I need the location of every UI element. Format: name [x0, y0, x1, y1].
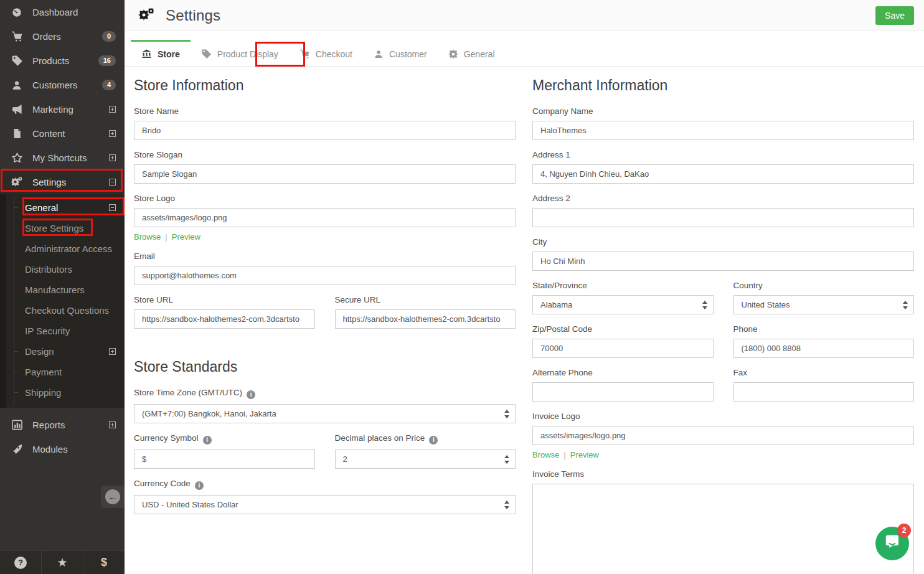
- invoice-terms-label: Invoice Terms: [532, 469, 914, 479]
- sidebar-item-modules[interactable]: Modules: [0, 437, 125, 461]
- phone-label: Phone: [733, 324, 915, 334]
- alternate-phone-input[interactable]: [532, 382, 714, 402]
- submenu-item-ip-security[interactable]: IP Security: [6, 321, 125, 341]
- expand-plus-icon: [109, 130, 116, 137]
- chat-bubble-icon: [884, 534, 901, 553]
- invoice-logo-preview-link[interactable]: Preview: [570, 450, 599, 459]
- currency-code-label: Currency Code: [134, 479, 191, 488]
- bank-icon: [141, 49, 152, 59]
- store-column: Store Information Store Name Store Sloga…: [134, 72, 516, 574]
- secure-url-input[interactable]: [335, 309, 516, 329]
- phone-input[interactable]: [733, 339, 915, 358]
- invoice-logo-input[interactable]: [532, 426, 914, 445]
- store-slogan-label: Store Slogan: [134, 150, 516, 159]
- invoice-terms-textarea[interactable]: [532, 484, 914, 574]
- tag-icon: [10, 54, 24, 68]
- country-select[interactable]: United States: [733, 295, 915, 314]
- company-name-input[interactable]: [532, 121, 914, 140]
- info-icon[interactable]: [247, 390, 255, 399]
- expand-plus-icon: [109, 154, 116, 161]
- address1-input[interactable]: [532, 164, 914, 184]
- submenu-item-administrator-access[interactable]: Administrator Access: [6, 238, 125, 259]
- currency-symbol-input[interactable]: [134, 449, 315, 469]
- store-url-input[interactable]: [134, 309, 315, 329]
- store-logo-browse-link[interactable]: Browse: [134, 232, 161, 242]
- collapse-minus-icon: [109, 204, 116, 211]
- sidebar-item-my-shortcuts[interactable]: My Shortcuts: [0, 146, 125, 170]
- expand-plus-icon: [109, 106, 116, 113]
- zip-input[interactable]: [532, 339, 714, 358]
- save-button[interactable]: Save: [875, 6, 914, 25]
- decimal-places-select[interactable]: 2: [335, 449, 516, 469]
- chat-widget-button[interactable]: 2: [875, 527, 909, 560]
- time-zone-label: Store Time Zone (GMT/UTC): [134, 388, 242, 397]
- store-slogan-input[interactable]: [134, 164, 516, 184]
- help-button[interactable]: [0, 551, 42, 574]
- fax-input[interactable]: [733, 382, 915, 402]
- info-icon[interactable]: [203, 436, 212, 445]
- page-header: Settings Save: [125, 0, 924, 31]
- sidebar-item-dashboard[interactable]: Dashboard: [0, 0, 125, 24]
- tab-checkout[interactable]: Checkout: [289, 40, 363, 66]
- sidebar-item-reports[interactable]: Reports: [0, 413, 125, 437]
- address2-input[interactable]: [532, 208, 914, 227]
- country-label: Country: [733, 281, 915, 290]
- submenu-item-manufacturers[interactable]: Manufacturers: [6, 280, 125, 300]
- select-caret-icon: [702, 301, 707, 309]
- favorites-button[interactable]: [42, 551, 83, 574]
- products-count-badge: 16: [98, 55, 116, 66]
- email-input[interactable]: [134, 266, 516, 285]
- currency-symbol-label: Currency Symbol: [134, 433, 199, 443]
- select-caret-icon: [504, 410, 509, 418]
- settings-tabbar: Store Product Display Checkout Customer …: [125, 40, 924, 67]
- dollar-icon: [101, 556, 107, 569]
- sidebar-item-orders[interactable]: Orders 0: [0, 24, 125, 49]
- submenu-item-design[interactable]: Design: [6, 341, 125, 362]
- tab-general[interactable]: General: [438, 40, 506, 66]
- store-logo-preview-link[interactable]: Preview: [172, 232, 200, 242]
- chat-unread-badge: 2: [897, 524, 911, 537]
- user-icon: [374, 49, 384, 59]
- sidebar-item-marketing[interactable]: Marketing: [0, 97, 125, 121]
- tab-customer[interactable]: Customer: [363, 40, 438, 66]
- user-icon: [10, 78, 24, 92]
- zip-label: Zip/Postal Code: [532, 324, 714, 334]
- store-name-label: Store Name: [134, 106, 516, 116]
- select-caret-icon: [504, 501, 509, 509]
- file-icon: [10, 127, 24, 141]
- currency-code-select[interactable]: USD - United States Dollar: [134, 495, 516, 514]
- billing-button[interactable]: [83, 551, 125, 574]
- address2-label: Address 2: [532, 194, 914, 203]
- address1-label: Address 1: [532, 150, 914, 159]
- gear-icon: [448, 49, 458, 59]
- info-icon[interactable]: [195, 481, 204, 490]
- sidebar-item-settings[interactable]: Settings: [0, 170, 125, 194]
- sidebar-item-products[interactable]: Products 16: [0, 49, 125, 73]
- submenu-item-shipping[interactable]: Shipping: [6, 382, 125, 403]
- sidebar-item-content[interactable]: Content: [0, 121, 125, 146]
- customers-count-badge: 4: [102, 80, 116, 90]
- time-zone-select[interactable]: (GMT+7:00) Bangkok, Hanoi, Jakarta: [134, 404, 516, 423]
- store-name-input[interactable]: [134, 121, 516, 140]
- sidebar-item-customers[interactable]: Customers 4: [0, 73, 125, 97]
- decimal-places-label: Decimal places on Price: [335, 433, 425, 443]
- store-logo-input[interactable]: [134, 208, 516, 227]
- info-icon[interactable]: [429, 436, 438, 445]
- expand-plus-icon: [109, 348, 116, 355]
- submenu-item-checkout-questions[interactable]: Checkout Questions: [6, 300, 125, 321]
- submenu-item-store-settings[interactable]: Store Settings: [6, 218, 125, 238]
- select-caret-icon: [903, 301, 908, 309]
- sidebar-footer: [0, 550, 125, 574]
- tab-store[interactable]: Store: [131, 40, 191, 66]
- fax-label: Fax: [733, 368, 915, 377]
- sidebar-collapse-button[interactable]: [101, 486, 125, 508]
- city-input[interactable]: [532, 252, 914, 271]
- alternate-phone-label: Alternate Phone: [532, 368, 714, 377]
- tab-product-display[interactable]: Product Display: [191, 40, 289, 66]
- submenu-item-general[interactable]: General: [6, 197, 125, 218]
- submenu-item-payment[interactable]: Payment: [6, 362, 125, 382]
- invoice-logo-browse-link[interactable]: Browse: [532, 450, 559, 459]
- store-url-label: Store URL: [134, 295, 315, 304]
- submenu-item-distributors[interactable]: Distributors: [6, 259, 125, 280]
- state-select[interactable]: Alabama: [532, 295, 714, 314]
